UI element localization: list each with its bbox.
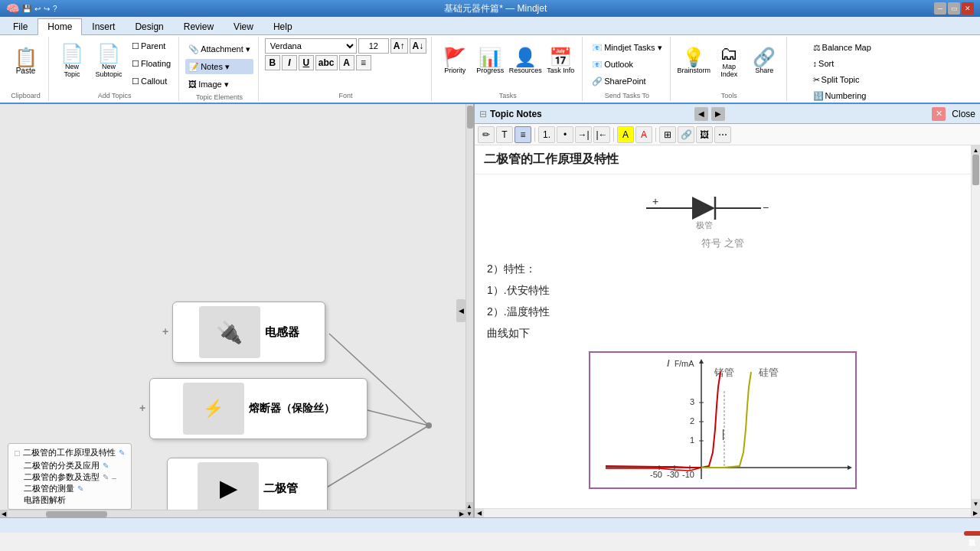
node-fuse[interactable]: ⚡ 熔断器（保险丝） + xyxy=(149,378,368,439)
resources-button[interactable]: 👤 Resources xyxy=(508,38,542,84)
nt-link-btn[interactable]: 🔗 xyxy=(678,126,694,143)
font-color-button[interactable]: A xyxy=(339,55,354,70)
nt-highlight-btn[interactable]: A xyxy=(617,126,634,143)
notes-close-label[interactable]: Close xyxy=(952,109,975,119)
new-topic-button[interactable]: 📄 New Topic xyxy=(55,38,89,84)
image-button[interactable]: 🖼 Image ▾ xyxy=(185,77,253,92)
canvas-vscroll-down[interactable]: ▼ xyxy=(466,510,473,517)
minimap-edit-3[interactable]: ✎ xyxy=(77,484,83,493)
strikethrough-button[interactable]: abc xyxy=(315,55,338,70)
svg-text:-50: -50 xyxy=(650,470,662,479)
canvas[interactable]: 🔌 电感器 + ⚡ 熔断器（保险丝） + ▶ 二极管 □ 二极管的工作原理及特性… xyxy=(0,104,475,517)
node-diode[interactable]: ▶ 二极管 xyxy=(167,458,328,517)
canvas-vscroll-up[interactable]: ▲ xyxy=(466,502,473,510)
share-button[interactable]: 🔗 Share xyxy=(747,38,781,84)
minimize-btn[interactable]: ─ xyxy=(934,2,946,15)
elements-label: Topic Elements xyxy=(196,92,243,101)
tab-file[interactable]: File xyxy=(3,18,38,34)
redo-btn[interactable]: ↪ xyxy=(44,5,50,13)
notes-next-btn[interactable]: ▶ xyxy=(711,107,725,121)
content-line-1: 2）特性： xyxy=(487,258,959,279)
split-topic-button[interactable]: ✂ Split Topic xyxy=(810,72,863,87)
italic-button[interactable]: I xyxy=(282,55,297,70)
mindjet-tasks-button[interactable]: 📧 Mindjet Tasks ▾ xyxy=(589,40,665,55)
nt-ol-btn[interactable]: 1. xyxy=(538,126,555,143)
tab-insert[interactable]: Insert xyxy=(82,18,125,34)
canvas-hscroll[interactable] xyxy=(0,510,466,517)
inductor-expand-icon[interactable]: + xyxy=(162,325,168,337)
tab-review[interactable]: Review xyxy=(174,18,224,34)
panel-collapse-btn[interactable]: ◀ xyxy=(456,299,466,322)
nt-color-btn[interactable]: A xyxy=(635,126,652,143)
nt-text-btn[interactable]: T xyxy=(496,126,513,143)
restore-btn[interactable]: ▭ xyxy=(948,2,960,15)
font-family-select[interactable]: Verdana xyxy=(265,38,357,54)
map-index-icon: 🗂 xyxy=(720,44,738,63)
content-line-2: 1）.伏安特性 xyxy=(487,279,959,301)
nt-table-btn[interactable]: ⊞ xyxy=(659,126,676,143)
notes-prev-btn[interactable]: ◀ xyxy=(694,107,708,121)
quick-save-icon[interactable]: 💾 xyxy=(22,5,31,13)
canvas-vscroll[interactable] xyxy=(466,104,473,510)
notes-scroll-up[interactable]: ▲ xyxy=(972,145,980,155)
outlook-button[interactable]: 📧 Outlook xyxy=(589,57,636,72)
notes-hscroll-left[interactable]: ◀ xyxy=(475,509,484,517)
help-qa-btn[interactable]: ? xyxy=(53,5,57,13)
canvas-hscroll-left[interactable]: ◀ xyxy=(0,510,8,517)
underline-button[interactable]: U xyxy=(299,55,314,70)
minimap-item-2: 二极管的参数及选型 ✎ – xyxy=(15,471,125,483)
align-button[interactable]: ≡ xyxy=(356,55,371,70)
nt-align-btn[interactable]: ≡ xyxy=(514,126,531,143)
brainstorm-button[interactable]: 💡 Brainstorm xyxy=(677,38,710,84)
font-shrink-btn[interactable]: A↓ xyxy=(410,38,427,54)
balance-map-button[interactable]: ⚖ Balance Map xyxy=(810,40,874,55)
fuse-expand-icon[interactable]: + xyxy=(139,402,145,414)
parent-button[interactable]: ☐ Parent xyxy=(129,38,174,54)
callout-button[interactable]: ☐ Callout xyxy=(129,73,174,89)
nt-more-btn[interactable]: ⋯ xyxy=(714,126,731,143)
nt-outdent-btn[interactable]: |← xyxy=(593,126,610,143)
notes-vscroll[interactable]: ▲ ▼ xyxy=(971,145,980,508)
add-learning-btn[interactable]: 点我加速 xyxy=(964,531,980,536)
content-line-4: 曲线如下 xyxy=(487,322,959,344)
nt-style-btn[interactable]: ✏ xyxy=(478,126,495,143)
node-inductor[interactable]: 🔌 电感器 + xyxy=(172,302,325,363)
minimap-edit-2[interactable]: ✎ xyxy=(103,473,109,481)
tab-help[interactable]: Help xyxy=(263,18,302,34)
nt-indent-btn[interactable]: →| xyxy=(575,126,592,143)
attachment-button[interactable]: 📎 Attachment ▾ xyxy=(185,41,253,57)
notes-close-btn[interactable]: ✕ xyxy=(932,107,946,121)
font-size-input[interactable] xyxy=(358,38,389,54)
close-btn[interactable]: ✕ xyxy=(962,2,974,15)
tab-design[interactable]: Design xyxy=(125,18,173,34)
tab-view[interactable]: View xyxy=(224,18,263,34)
bold-button[interactable]: B xyxy=(265,55,280,70)
minimap-edit-1[interactable]: ✎ xyxy=(103,461,109,470)
undo-btn[interactable]: ↩ xyxy=(34,5,41,13)
priority-button[interactable]: 🚩 Priority xyxy=(438,38,472,84)
task-info-button[interactable]: 📅 Task Info xyxy=(544,38,577,84)
notes-hscroll-right[interactable]: ▶ xyxy=(971,509,980,517)
nt-image-btn[interactable]: 🖼 xyxy=(696,126,713,143)
sort-button[interactable]: ↕ Sort xyxy=(810,56,838,71)
sharepoint-button[interactable]: 🔗 SharePoint xyxy=(589,73,648,89)
font-grow-btn[interactable]: A↑ xyxy=(390,38,408,54)
numbering-icon: 🔢 xyxy=(813,91,824,101)
tab-home[interactable]: Home xyxy=(38,18,82,35)
numbering-button[interactable]: 🔢 Numbering xyxy=(810,88,870,103)
notes-button[interactable]: 📝 Notes ▾ xyxy=(185,59,253,74)
canvas-hscroll-right[interactable]: ▶ xyxy=(458,510,466,517)
notes-collapse-icon[interactable]: ⊟ xyxy=(479,109,487,119)
notes-scroll-thumb[interactable] xyxy=(972,155,979,185)
minimap-edit-0[interactable]: ✎ xyxy=(119,448,125,457)
new-subtopic-button[interactable]: 📄 New Subtopic xyxy=(92,38,126,84)
share-icon: 🔗 xyxy=(753,48,776,67)
map-index-button[interactable]: 🗂 Map Index xyxy=(712,38,746,84)
paste-button[interactable]: 📋 Paste xyxy=(9,38,43,84)
floating-button[interactable]: ☐ Floating xyxy=(129,56,174,71)
tasks-label: Tasks xyxy=(499,90,517,99)
nt-ul-btn[interactable]: • xyxy=(557,126,573,143)
notes-scroll-down[interactable]: ▼ xyxy=(972,499,980,508)
progress-button[interactable]: 📊 Progress xyxy=(473,38,507,84)
svg-text:I: I xyxy=(667,357,670,369)
